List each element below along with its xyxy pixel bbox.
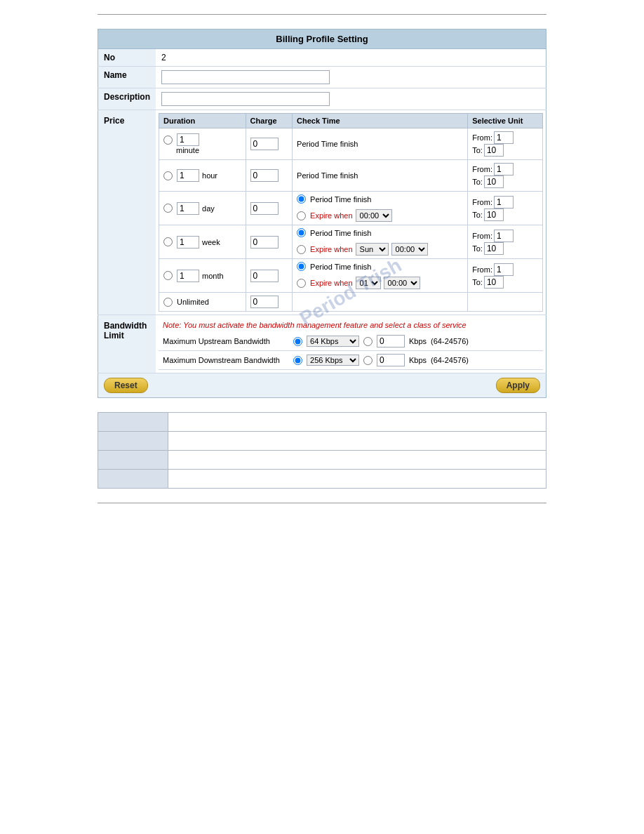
charge-month-cell — [246, 259, 292, 293]
expire-date-month-select[interactable]: 01020304 05060708 09101520 2528 — [356, 277, 381, 289]
unit-month-label: month — [202, 272, 224, 280]
upstream-kbps-label: Kbps — [409, 337, 427, 345]
col-selective-unit: Selective Unit — [468, 114, 543, 128]
main-container: Period Trish Billing Profile Setting No … — [98, 14, 546, 503]
price-inner-table: Duration Charge Check Time Selective Uni… — [159, 113, 543, 312]
description-input[interactable] — [161, 92, 330, 106]
buttons-table-row: Reset Apply — [98, 373, 546, 398]
radio-period-finish-week[interactable] — [297, 228, 306, 237]
to-label-month: To: — [472, 278, 483, 286]
charge-week-input[interactable] — [250, 236, 279, 249]
name-value-cell — [156, 67, 546, 88]
expire-label-month: Expire when — [310, 279, 353, 287]
radio-minute[interactable] — [163, 135, 173, 145]
duration-month-input[interactable] — [177, 270, 199, 282]
lower-row-3 — [98, 470, 546, 489]
unit-hour-label: hour — [202, 171, 217, 180]
radio-period-finish-month[interactable] — [297, 262, 306, 271]
radio-day[interactable] — [163, 204, 173, 213]
buttons-row: Reset Apply — [98, 373, 546, 397]
apply-button[interactable]: Apply — [496, 378, 540, 393]
charge-hour-input[interactable] — [250, 169, 279, 182]
from-minute-input[interactable] — [494, 131, 514, 144]
to-week-input[interactable] — [484, 242, 504, 255]
radio-expire-day[interactable] — [297, 211, 306, 220]
duration-minute-cell: minute — [159, 128, 246, 160]
selective-unit-unlimited-cell — [468, 293, 543, 312]
selective-unit-minute-cell: From: To: — [468, 128, 543, 160]
radio-expire-week[interactable] — [297, 245, 306, 254]
duration-unlimited-cell: Unlimited — [159, 293, 246, 312]
to-day-input[interactable] — [484, 208, 504, 221]
downstream-preset-select[interactable]: 256 Kbps 512 Kbps 1024 Kbps 2048 Kbps — [307, 355, 359, 366]
lower-value-1 — [168, 432, 546, 451]
selective-unit-hour-cell: From: To: — [468, 160, 543, 192]
radio-upstream-custom[interactable] — [363, 337, 373, 346]
duration-minute-input[interactable] — [177, 133, 199, 146]
check-time-week-cell: Period Time finish Expire when Sun Mon — [293, 225, 468, 259]
from-month-input[interactable] — [494, 263, 514, 276]
radio-month[interactable] — [163, 271, 173, 280]
from-hour-input[interactable] — [494, 163, 514, 176]
name-input[interactable] — [161, 70, 330, 84]
bandwidth-row: Bandwidth Limit Note: You must activate … — [98, 315, 546, 373]
no-value: 2 — [156, 49, 546, 67]
table-title: Billing Profile Setting — [98, 29, 546, 49]
expire-time-month-select[interactable]: 00:00 06:00 12:00 18:00 — [384, 277, 420, 289]
bottom-divider — [98, 503, 546, 503]
downstream-custom-input[interactable] — [377, 354, 405, 366]
description-value-cell — [156, 88, 546, 110]
radio-period-finish-day[interactable] — [297, 194, 306, 204]
name-row: Name — [98, 67, 546, 88]
unit-unlimited-label: Unlimited — [177, 298, 209, 306]
price-row-hour: hour Period Time finish F — [159, 160, 543, 192]
to-minute-input[interactable] — [484, 144, 504, 157]
check-time-minute-cell: Period Time finish — [293, 128, 468, 160]
charge-unlimited-input[interactable] — [250, 296, 279, 308]
radio-downstream-preset[interactable] — [293, 356, 302, 365]
upstream-custom-input[interactable] — [377, 335, 405, 348]
from-label-month: From: — [472, 265, 492, 274]
lower-row-header — [98, 413, 546, 432]
from-week-input[interactable] — [494, 230, 514, 242]
upstream-label: Maximum Upstream Bandwidth — [163, 337, 289, 345]
radio-unlimited[interactable] — [163, 298, 173, 307]
duration-week-input[interactable] — [177, 236, 199, 249]
expire-time-day-select[interactable]: 00:00 06:00 12:00 18:00 — [356, 209, 392, 222]
lower-value-2 — [168, 451, 546, 470]
duration-day-input[interactable] — [177, 202, 199, 215]
top-divider — [98, 14, 546, 15]
description-row: Description — [98, 88, 546, 110]
reset-button[interactable]: Reset — [104, 378, 148, 393]
expire-label-week: Expire when — [310, 245, 353, 253]
duration-month-cell: month — [159, 259, 246, 293]
charge-month-input[interactable] — [250, 270, 279, 282]
radio-hour[interactable] — [163, 171, 173, 180]
charge-minute-input[interactable] — [250, 138, 279, 150]
expire-day-week-select[interactable]: Sun Mon Tue Wed Thu Fri Sat — [356, 243, 389, 256]
col-check-time: Check Time — [293, 114, 468, 128]
price-header-row: Duration Charge Check Time Selective Uni… — [159, 114, 543, 128]
upstream-preset-select[interactable]: 64 Kbps 128 Kbps 256 Kbps 512 Kbps 1024 … — [307, 336, 359, 347]
period-time-finish-hour: Period Time finish — [297, 171, 358, 180]
no-row: No 2 — [98, 49, 546, 67]
radio-upstream-preset[interactable] — [293, 337, 302, 346]
duration-hour-cell: hour — [159, 160, 246, 192]
charge-day-input[interactable] — [250, 202, 279, 215]
price-row-month: month Period Time finish — [159, 259, 543, 293]
from-day-input[interactable] — [494, 196, 514, 208]
check-time-hour-cell: Period Time finish — [293, 160, 468, 192]
lower-label-3 — [98, 470, 168, 489]
name-label: Name — [98, 67, 156, 88]
expire-time-week-select[interactable]: 00:00 06:00 12:00 18:00 — [391, 243, 428, 256]
from-label-week: From: — [472, 232, 492, 240]
price-row: Price Duration Charge Check Time Selecti… — [98, 110, 546, 315]
radio-week[interactable] — [163, 237, 173, 246]
to-month-input[interactable] — [484, 276, 504, 289]
duration-hour-input[interactable] — [177, 169, 199, 182]
selective-unit-month-cell: From: To: — [468, 259, 543, 293]
downstream-row: Maximum Downstream Bandwidth 256 Kbps 51… — [159, 351, 543, 370]
to-hour-input[interactable] — [484, 176, 504, 188]
radio-downstream-custom[interactable] — [363, 356, 373, 365]
radio-expire-month[interactable] — [297, 279, 306, 288]
